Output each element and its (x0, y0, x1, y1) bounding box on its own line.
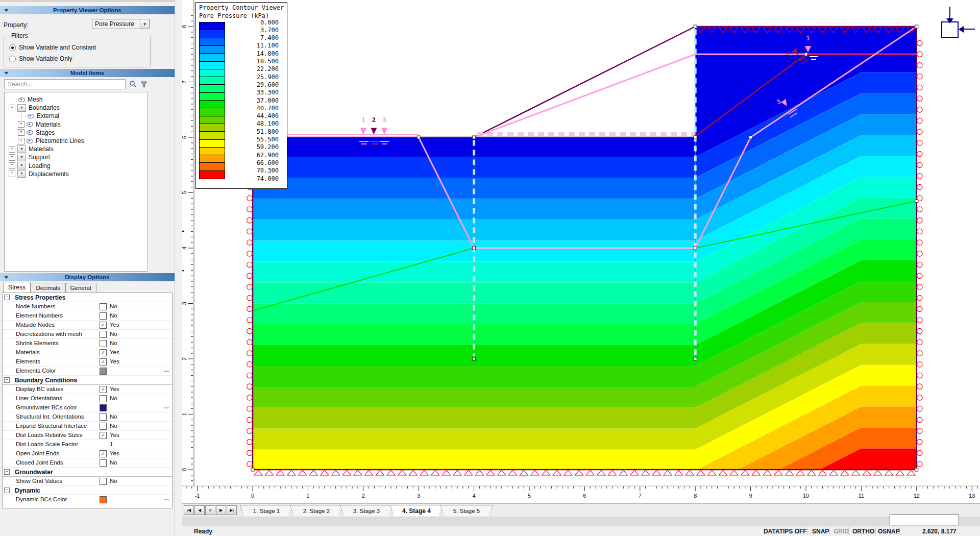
more-options-button[interactable]: ... (164, 367, 169, 373)
stage-nav-button-2[interactable]: # (205, 505, 215, 515)
vertex-node[interactable] (473, 247, 476, 250)
coordinate-entry-box[interactable] (890, 515, 959, 525)
status-toggle-snap[interactable]: SNAP (812, 528, 829, 535)
visibility-dropdown-icon[interactable]: ▼ (17, 170, 26, 178)
eye-visibility-icon[interactable] (27, 122, 33, 127)
tree-item-stages[interactable]: +Stages (18, 129, 55, 137)
checkbox-checked-icon[interactable]: ✓ (100, 432, 107, 439)
expand-plus-icon[interactable]: + (9, 170, 15, 177)
grid-row-groundwater-bcs-color[interactable]: Groundwater BCs color... (3, 403, 172, 412)
checkbox-unchecked-icon[interactable] (100, 331, 107, 338)
grid-row-dist-loads-scale-factor[interactable]: Dist Loads Scale Factor1 (3, 440, 172, 449)
checkbox-unchecked-icon[interactable] (100, 459, 107, 467)
stage-tab-33[interactable]: 3. Stage 3 (340, 505, 393, 516)
collapse-arrow-icon[interactable]: ▼ (3, 8, 10, 13)
checkbox-unchecked-icon[interactable] (100, 423, 107, 430)
display-options-header[interactable]: ▼ Display Options (0, 273, 175, 281)
checkbox-checked-icon[interactable]: ✓ (100, 322, 107, 329)
grid-row-discretizations-with-mesh[interactable]: Discretizations with meshNo (3, 330, 172, 339)
grid-row-element-numbers[interactable]: Element NumbersNo (3, 311, 172, 321)
expand-plus-icon[interactable]: + (18, 138, 24, 144)
checkbox-unchecked-icon[interactable] (100, 478, 107, 485)
stage-nav-button-0[interactable]: |◀ (184, 505, 194, 515)
tab-decimals[interactable]: Decimals (31, 283, 65, 293)
tab-general[interactable]: General (65, 283, 96, 293)
radio-icon[interactable] (9, 44, 16, 51)
checkbox-checked-icon[interactable]: ✓ (100, 386, 107, 393)
stage-tab-11[interactable]: 1. Stage 1 (240, 505, 293, 516)
grid-row-expand-structural-interface[interactable]: Expand Structural InterfaceNo (3, 422, 172, 431)
checkbox-checked-icon[interactable]: ✓ (100, 349, 107, 356)
vertex-node[interactable] (749, 136, 752, 139)
checkbox-unchecked-icon[interactable] (100, 413, 107, 421)
tab-stress[interactable]: Stress (3, 282, 31, 293)
model-items-header[interactable]: ▼ Model Items (0, 69, 175, 77)
collapse-minus-icon[interactable]: − (4, 377, 10, 383)
collapse-arrow-icon[interactable]: ▼ (3, 275, 10, 280)
grid-row-structural-int-orientations[interactable]: Structural Int. OrientationsNo (3, 412, 172, 422)
vertex-node[interactable] (251, 468, 254, 471)
grid-row-dist-loads-relative-sizes[interactable]: Dist Loads Relative Sizes✓Yes (3, 431, 172, 440)
splitter-handle[interactable]: ▲ ▼ (181, 229, 185, 273)
tree-item-support[interactable]: +▼Support (9, 153, 50, 161)
visibility-dropdown-icon[interactable]: ▼ (17, 154, 26, 161)
vertex-node[interactable] (473, 357, 476, 360)
grid-row-open-joint-ends[interactable]: Open Joint Ends✓Yes (3, 449, 172, 458)
collapse-arrow-icon[interactable]: ▼ (3, 70, 10, 76)
visibility-dropdown-icon[interactable]: ▼ (17, 145, 26, 153)
collapse-minus-icon[interactable]: − (4, 488, 10, 493)
grid-row-shrink-elements[interactable]: Shrink ElementsNo (3, 339, 172, 348)
tree-item-materials[interactable]: +Materials (18, 120, 61, 129)
more-options-button[interactable]: ... (164, 403, 169, 409)
filter-funnel-icon[interactable] (140, 81, 148, 89)
stage-nav-button-1[interactable]: ◀ (194, 505, 205, 515)
color-swatch[interactable] (100, 496, 107, 503)
grid-row-dynamic-bcs-color[interactable]: Dynamic BCs Color... (3, 495, 172, 504)
grid-row-liner-orientations[interactable]: Liner OrientationsNo (3, 394, 172, 403)
tree-item-external[interactable]: External (18, 112, 59, 120)
expand-plus-icon[interactable]: + (9, 154, 15, 161)
property-combobox[interactable]: Pore Pressure ▼ (92, 19, 150, 29)
more-options-button[interactable]: ... (164, 495, 169, 501)
checkbox-unchecked-icon[interactable] (100, 303, 107, 310)
collapse-minus-icon[interactable]: − (9, 105, 15, 111)
grid-row-elements-color[interactable]: Elements Color... (3, 367, 172, 376)
vertex-node[interactable] (804, 53, 807, 56)
visibility-dropdown-icon[interactable]: ▼ (17, 162, 26, 169)
splitter-arrow-up-icon[interactable]: ▲ (181, 229, 185, 232)
checkbox-checked-icon[interactable]: ✓ (100, 450, 107, 457)
tree-item-materials[interactable]: +▼Materials (9, 145, 54, 153)
tree-item-piezometric-lines[interactable]: +Piezometric Lines (18, 137, 84, 145)
splitter-arrow-down-icon[interactable]: ▼ (181, 269, 185, 273)
color-swatch[interactable] (100, 368, 107, 375)
vertex-node[interactable] (915, 25, 918, 28)
piezo-marker-label[interactable]: 3 (383, 116, 386, 124)
vertex-node[interactable] (694, 136, 697, 139)
expand-plus-icon[interactable]: + (18, 121, 24, 128)
filter-radio-0[interactable]: Show Variable and Constant (9, 44, 96, 51)
search-icon[interactable] (129, 80, 137, 88)
grid-row-show-grid-values[interactable]: Show Grid ValuesNo (3, 477, 172, 486)
eye-visibility-icon[interactable] (27, 130, 33, 135)
piezo-marker-label[interactable]: 2 (372, 116, 376, 124)
tree-item-boundaries[interactable]: −▼Boundaries (9, 104, 60, 112)
piezo-marker-label[interactable]: 1 (361, 116, 365, 124)
property-viewer-options-header[interactable]: ▼ Property Viewer Options (0, 6, 175, 14)
eye-visibility-icon[interactable] (27, 139, 33, 143)
grid-row-midside-nodes[interactable]: Midside Nodes✓Yes (3, 321, 172, 330)
expand-plus-icon[interactable]: + (18, 129, 24, 136)
collapse-minus-icon[interactable]: − (4, 469, 10, 475)
stage-tab-55[interactable]: 5. Stage 5 (440, 505, 493, 516)
stage-nav-button-3[interactable]: ▶ (216, 505, 226, 515)
stage-tab-22[interactable]: 2. Stage 2 (290, 505, 343, 516)
stage-nav-button-4[interactable]: ▶| (227, 505, 237, 515)
grid-row-display-bc-values[interactable]: Display BC values✓Yes (3, 385, 172, 394)
tree-item-displacements[interactable]: +▼Displacements (9, 170, 69, 178)
tree-item-mesh[interactable]: Mesh (9, 95, 42, 104)
checkbox-checked-icon[interactable]: ✓ (100, 358, 107, 366)
grid-row-elements[interactable]: Elements✓Yes (3, 357, 172, 367)
model-items-search-input[interactable]: Search... (4, 79, 126, 89)
vertex-node[interactable] (694, 247, 697, 250)
grid-row-closed-joint-ends[interactable]: Closed Joint EndsNo (3, 458, 172, 468)
vertex-node[interactable] (417, 136, 420, 139)
